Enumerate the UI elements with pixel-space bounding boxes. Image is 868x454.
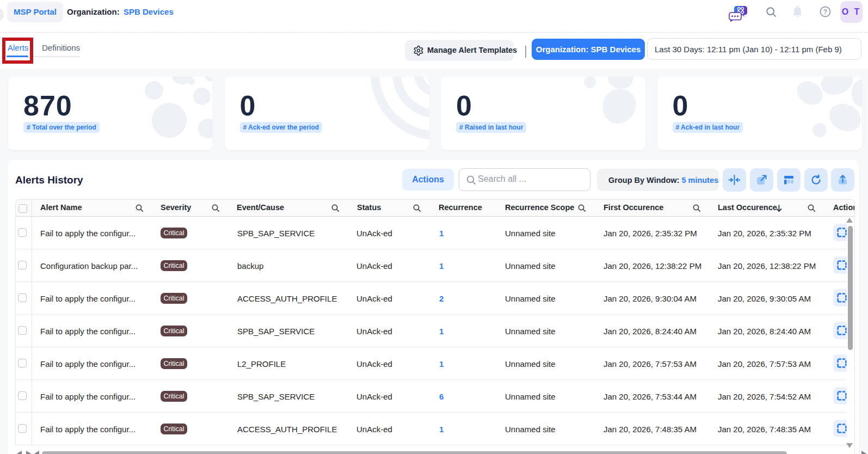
svg-text:?: ? [823, 8, 827, 16]
